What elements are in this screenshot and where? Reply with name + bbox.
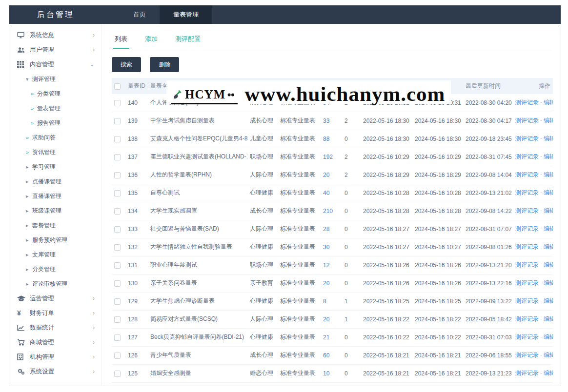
row-checkbox[interactable] — [114, 316, 121, 323]
table-row: 131 职业心理年龄测试 职场心理 标准专业量表 12 0 2022-05-16… — [112, 256, 553, 274]
cell-scale-id: 139 — [125, 112, 148, 130]
cap-icon — [17, 295, 25, 302]
sidebar-group[interactable]: 系统设置 › — [9, 364, 101, 379]
sidebar-group[interactable]: 机构管理 › — [9, 350, 101, 364]
op-link-0[interactable]: 测评记录 — [515, 370, 539, 376]
sidebar-group[interactable]: 商城管理 › — [9, 335, 101, 350]
sidebar-item[interactable]: ▸ 点播课管理 — [9, 174, 101, 189]
cell-type: 标准专业量表 — [278, 112, 321, 130]
sidebar-item-label: 分类管理 — [32, 265, 56, 274]
op-link-1[interactable]: 编辑 — [544, 117, 553, 124]
row-checkbox[interactable] — [114, 100, 121, 106]
op-link-1[interactable]: 编辑 — [544, 333, 553, 340]
op-link-0[interactable]: 测评记录 — [515, 297, 539, 304]
sidebar-item[interactable]: » 报告管理 — [9, 116, 101, 130]
sidebar-group[interactable]: 内容管理 ⌄ — [9, 57, 101, 72]
cell-type: 标准专业量表 — [278, 383, 321, 387]
op-link-0[interactable]: 测评记录 — [515, 315, 539, 322]
sidebar-group-icon — [17, 368, 25, 375]
op-link-0[interactable]: 测评记录 — [515, 117, 539, 124]
top-nav-item[interactable]: 量表管理 — [160, 5, 212, 24]
row-checkbox[interactable] — [114, 136, 121, 142]
op-link-1[interactable]: 编辑 — [544, 243, 553, 250]
sidebar-group[interactable]: 数据统计 › — [9, 320, 101, 335]
sidebar-item[interactable]: » 量表管理 — [9, 101, 101, 116]
sidebar-group-label: 系统设置 — [30, 368, 54, 376]
op-link-1[interactable]: 编辑 — [544, 99, 553, 106]
sidebar-item-label: 文库管理 — [32, 251, 56, 259]
sidebar-item[interactable]: ▸ 评论审核管理 — [9, 276, 101, 291]
delete-button[interactable]: 删除 — [150, 57, 179, 72]
row-checkbox[interactable] — [114, 262, 121, 269]
op-link-0[interactable]: 测评记录 — [515, 135, 539, 142]
sidebar-item[interactable]: ▸ 直播课管理 — [9, 189, 101, 203]
row-checkbox[interactable] — [114, 208, 121, 215]
op-link-1[interactable]: 编辑 — [544, 297, 553, 304]
sidebar-item[interactable]: ▾ 测评管理 — [9, 72, 101, 86]
sidebar-item[interactable]: ▸ 文库管理 — [9, 247, 101, 262]
op-link-1[interactable]: 编辑 — [544, 153, 553, 160]
search-button[interactable]: 搜索 — [112, 57, 141, 72]
tab[interactable]: 测评配置 — [175, 35, 201, 43]
op-link-0[interactable]: 测评记录 — [515, 261, 539, 268]
sidebar-item[interactable]: ▸ 套餐管理 — [9, 218, 101, 233]
sidebar-item[interactable]: » 分类管理 — [9, 86, 101, 101]
op-link-0[interactable]: 测评记录 — [515, 171, 539, 178]
op-link-1[interactable]: 编辑 — [544, 207, 553, 214]
op-link-1[interactable]: 编辑 — [544, 352, 553, 358]
row-checkbox[interactable] — [114, 334, 121, 341]
cell-factor-count: 0 — [342, 347, 361, 365]
op-link-0[interactable]: 测评记录 — [515, 189, 539, 196]
row-checkbox[interactable] — [114, 172, 121, 178]
op-link-1[interactable]: 编辑 — [544, 189, 553, 196]
row-checkbox[interactable] — [114, 190, 121, 196]
sidebar-group[interactable]: 运营管理 › — [9, 291, 101, 306]
sidebar-group[interactable]: 系统信息 › — [9, 28, 101, 42]
op-link-1[interactable]: 编辑 — [544, 261, 553, 268]
sidebar-group[interactable]: 用户管理 › — [9, 42, 101, 57]
row-checkbox[interactable] — [114, 154, 121, 160]
sidebar-item-marker-icon: ▸ — [26, 281, 32, 287]
op-link-0[interactable]: 测评记录 — [515, 279, 539, 286]
table-header-row: 量表ID 量表名称 最后更新时间 操作 — [112, 78, 553, 94]
row-checkbox[interactable] — [114, 244, 121, 251]
sidebar-group[interactable]: ¥ 财务订单 › — [9, 306, 101, 320]
op-link-0[interactable]: 测评记录 — [515, 333, 539, 340]
sidebar-item[interactable]: » 求助问答 — [9, 130, 101, 145]
row-checkbox[interactable] — [114, 353, 121, 359]
row-checkbox[interactable] — [114, 371, 121, 377]
op-link-1[interactable]: 编辑 — [544, 279, 553, 286]
sidebar-item-marker-icon: ▸ — [26, 252, 32, 258]
sidebar-item[interactable]: ▸ 服务预约管理 — [9, 233, 101, 247]
top-nav-item[interactable]: 首页 — [120, 5, 160, 24]
sidebar-item[interactable]: ▸ 学习管理 — [9, 159, 101, 174]
op-link-1[interactable]: 编辑 — [544, 225, 553, 232]
op-link-1[interactable]: 编辑 — [544, 135, 553, 142]
row-checkbox[interactable] — [114, 118, 121, 124]
op-link-0[interactable]: 测评记录 — [515, 352, 539, 358]
tab[interactable]: 列表 — [115, 35, 127, 43]
sidebar-item[interactable]: ▸ 分类管理 — [9, 262, 101, 276]
cell-factor-count: 0 — [342, 365, 361, 383]
table-row: 129 大学生焦虑心理诊断量表 心理健康 标准专业量表 8 1 2022-05-… — [112, 293, 553, 311]
op-link-0[interactable]: 测评记录 — [515, 225, 539, 232]
sidebar-item[interactable]: » 资讯管理 — [9, 145, 101, 159]
row-checkbox[interactable] — [114, 226, 121, 233]
op-link-1[interactable]: 编辑 — [544, 370, 553, 376]
row-checkbox[interactable] — [114, 280, 121, 287]
op-link-0[interactable]: 测评记录 — [515, 153, 539, 160]
op-link-0[interactable]: 测评记录 — [515, 99, 539, 106]
row-checkbox[interactable] — [114, 298, 121, 305]
op-link-1[interactable]: 编辑 — [544, 171, 553, 178]
cell-category: 婚恋心理 — [247, 365, 278, 383]
op-link-0[interactable]: 测评记录 — [515, 207, 539, 214]
select-all-checkbox[interactable] — [114, 83, 121, 90]
tab[interactable]: 添加 — [145, 35, 158, 43]
cell-last-updated-time: 2022-08-31 07:07 — [463, 220, 513, 238]
cell-last-updated-time: 2022-09-13 21:44 — [463, 383, 513, 387]
op-link-1[interactable]: 编辑 — [544, 315, 553, 322]
op-link-0[interactable]: 测评记录 — [515, 243, 539, 250]
sidebar-item[interactable]: ▸ 班级课管理 — [9, 203, 101, 218]
scales-table: 量表ID 量表名称 最后更新时间 操作 140 个人评价问卷(PEI) 成长心理 — [112, 78, 553, 386]
cell-category: 心理健康 — [247, 329, 278, 347]
